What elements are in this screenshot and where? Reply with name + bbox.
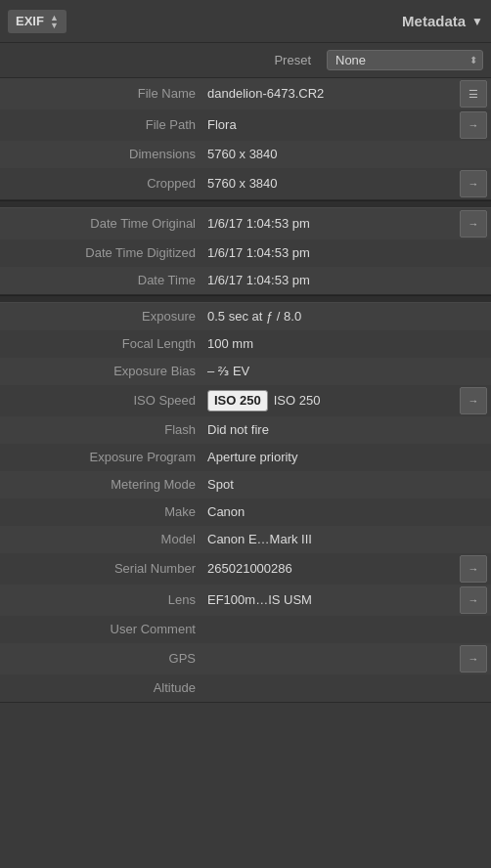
field-label: Dimensions (0, 146, 205, 163)
field-label: Model (0, 531, 205, 548)
preset-label: Preset (274, 53, 311, 67)
field-label: Make (0, 503, 205, 521)
table-row: Exposure0.5 sec at ƒ / 8.0 (0, 303, 491, 330)
section-camera: Exposure0.5 sec at ƒ / 8.0Focal Length10… (0, 303, 491, 703)
metadata-label: Metadata (402, 13, 466, 29)
table-row: Serial Number265021000286→ (0, 553, 491, 585)
table-row: Date Time1/6/17 1:04:53 pm (0, 267, 491, 294)
field-label: Exposure Bias (0, 363, 205, 380)
arrow-button[interactable]: → (460, 170, 487, 197)
section-divider (0, 295, 491, 303)
list-button[interactable]: ☰ (460, 80, 487, 108)
field-label: Cropped (0, 175, 205, 193)
field-value: 100 mm (205, 335, 491, 353)
metadata-table: File Namedandelion-6473.CR2☰File PathFlo… (0, 78, 491, 703)
table-row: ISO SpeedISO 250ISO 250→ (0, 385, 491, 416)
table-row: ModelCanon E…Mark III (0, 526, 491, 553)
field-value: 265021000286 (205, 560, 460, 578)
field-label: Flash (0, 421, 205, 439)
field-value: 1/6/17 1:04:53 pm (205, 244, 491, 262)
arrow-button[interactable]: → (460, 210, 487, 238)
table-row: Cropped5760 x 3840→ (0, 168, 491, 199)
field-value: 5760 x 3840 (205, 175, 460, 193)
field-label: Metering Mode (0, 476, 205, 494)
header: EXIF ▲ ▼ Metadata ▼ (0, 0, 491, 43)
arrow-button[interactable]: → (460, 555, 487, 583)
table-row: File PathFlora→ (0, 109, 491, 141)
table-row: MakeCanon (0, 499, 491, 526)
iso-badge: ISO 250 (207, 390, 268, 412)
field-value: Canon E…Mark III (205, 531, 491, 548)
table-row: FlashDid not fire (0, 416, 491, 444)
section-datetime: Date Time Original1/6/17 1:04:53 pm→Date… (0, 208, 491, 295)
section-file: File Namedandelion-6473.CR2☰File PathFlo… (0, 78, 491, 200)
table-row: GPS→ (0, 643, 491, 674)
preset-select-wrap: None (327, 50, 483, 70)
arrow-button[interactable]: → (460, 111, 487, 139)
field-label: Date Time Original (0, 215, 205, 233)
table-row: User Comment (0, 616, 491, 643)
field-label: File Name (0, 85, 205, 103)
table-row: Date Time Original1/6/17 1:04:53 pm→ (0, 208, 491, 239)
exif-label: EXIF (16, 14, 44, 28)
preset-row: Preset None (0, 43, 491, 78)
table-row: Dimensions5760 x 3840 (0, 141, 491, 168)
field-value: ISO 250ISO 250 (205, 390, 460, 412)
arrow-button[interactable]: → (460, 645, 487, 673)
field-label: Focal Length (0, 335, 205, 353)
table-row: Metering ModeSpot (0, 471, 491, 499)
field-label: User Comment (0, 621, 205, 638)
field-label: Exposure (0, 308, 205, 326)
field-label: ISO Speed (0, 392, 205, 410)
field-value: EF100m…IS USM (205, 591, 460, 609)
section-divider (0, 200, 491, 208)
table-row: Date Time Digitized1/6/17 1:04:53 pm (0, 239, 491, 267)
field-value: 5760 x 3840 (205, 146, 491, 163)
field-value: dandelion-6473.CR2 (205, 85, 460, 103)
arrow-button[interactable]: → (460, 586, 487, 614)
exif-stepper-icon: ▲ ▼ (50, 14, 59, 29)
preset-select[interactable]: None (327, 50, 483, 70)
field-label: GPS (0, 650, 205, 668)
table-row: Altitude (0, 674, 491, 702)
field-value: 1/6/17 1:04:53 pm (205, 272, 491, 289)
field-value: Spot (205, 476, 491, 494)
field-value: Did not fire (205, 421, 491, 439)
field-label: File Path (0, 116, 205, 134)
field-value: 0.5 sec at ƒ / 8.0 (205, 308, 491, 326)
table-row: LensEF100m…IS USM→ (0, 585, 491, 616)
metadata-section: Metadata ▼ (402, 13, 483, 29)
field-label: Exposure Program (0, 449, 205, 466)
field-value: Flora (205, 116, 460, 134)
arrow-button[interactable]: → (460, 387, 487, 414)
field-label: Date Time (0, 272, 205, 289)
field-label: Lens (0, 591, 205, 609)
table-row: File Namedandelion-6473.CR2☰ (0, 78, 491, 109)
field-value: – ²⁄₃ EV (205, 363, 491, 380)
field-label: Serial Number (0, 560, 205, 578)
field-value: Canon (205, 503, 491, 521)
table-row: Exposure Bias– ²⁄₃ EV (0, 358, 491, 385)
field-label: Altitude (0, 679, 205, 697)
field-label: Date Time Digitized (0, 244, 205, 262)
exif-dropdown[interactable]: EXIF ▲ ▼ (8, 10, 67, 33)
table-row: Exposure ProgramAperture priority (0, 444, 491, 471)
field-value: Aperture priority (205, 449, 491, 466)
metadata-chevron-icon[interactable]: ▼ (471, 15, 483, 28)
field-value: 1/6/17 1:04:53 pm (205, 215, 460, 233)
table-row: Focal Length100 mm (0, 330, 491, 358)
